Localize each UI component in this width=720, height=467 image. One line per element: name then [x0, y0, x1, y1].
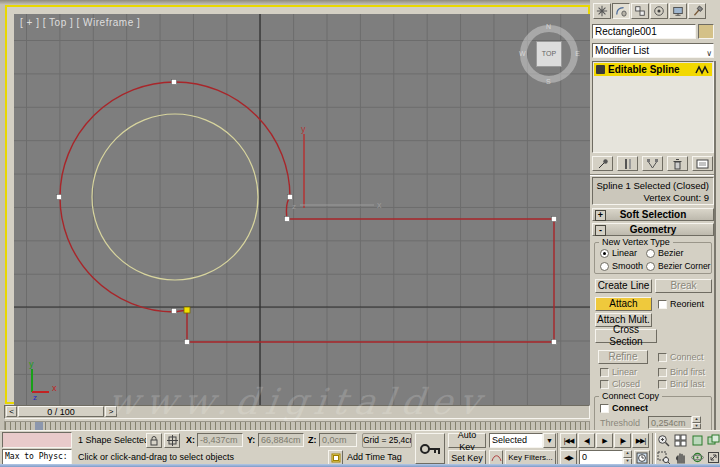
- threshold-spinner[interactable]: ▲▼: [692, 416, 701, 429]
- y-coordinate-field[interactable]: 66,884cm: [258, 433, 304, 447]
- make-unique-button[interactable]: [642, 156, 663, 171]
- key-filters-button[interactable]: Key Filters...: [505, 450, 556, 465]
- auto-key-button[interactable]: Auto Key: [448, 433, 486, 448]
- time-tag-window-button[interactable]: [328, 450, 343, 465]
- radio-bezier[interactable]: Bezier: [646, 248, 684, 258]
- tab-modify[interactable]: [612, 3, 630, 19]
- time-configuration-button[interactable]: [634, 450, 650, 465]
- radio-dot: [646, 249, 655, 258]
- previous-frame-button[interactable]: <: [6, 406, 17, 417]
- configure-modifier-sets-button[interactable]: [692, 156, 713, 171]
- tab-hierarchy[interactable]: [631, 3, 649, 19]
- track-bar-frame-indicator[interactable]: [35, 422, 43, 430]
- viewcube[interactable]: N E S W TOP: [520, 25, 578, 83]
- maximize-viewport-toggle[interactable]: [705, 450, 720, 465]
- radio-label: Bezier Corner: [658, 261, 710, 271]
- viewcube-south-label[interactable]: S: [546, 78, 551, 85]
- object-color-swatch[interactable]: [698, 24, 714, 39]
- time-slider[interactable]: < 0 / 100 >: [4, 405, 590, 419]
- viewcube-north-label[interactable]: N: [546, 23, 551, 30]
- reorient-checkbox[interactable]: Reorient: [658, 299, 704, 309]
- next-frame-playback-button[interactable]: |▶: [614, 433, 631, 448]
- modifier-stack[interactable]: Editable Spline: [592, 61, 714, 153]
- spinner-up-icon[interactable]: ▲: [623, 450, 632, 458]
- go-to-end-icon: ▶▶|: [636, 435, 646, 447]
- pan-hand-icon: [674, 451, 687, 464]
- zoom-button[interactable]: [655, 433, 671, 448]
- motion-icon: [653, 5, 665, 17]
- pin-stack-button[interactable]: [592, 156, 613, 171]
- previous-frame-playback-button[interactable]: ◀|: [578, 433, 595, 448]
- tab-create[interactable]: [593, 3, 611, 19]
- display-icon: [672, 5, 684, 17]
- modifier-stack-item-editable-spline[interactable]: Editable Spline: [594, 63, 712, 76]
- linear-checkbox[interactable]: Linear: [600, 367, 637, 377]
- threshold-field[interactable]: 0,254cm: [648, 416, 692, 429]
- radio-smooth[interactable]: Smooth: [600, 261, 643, 271]
- remove-modifier-button[interactable]: [667, 156, 688, 171]
- add-time-tag[interactable]: Add Time Tag: [347, 452, 402, 463]
- maxscript-listener-input[interactable]: Max to Physc:: [2, 449, 72, 465]
- zoom-icon: [657, 434, 670, 447]
- key-mode-toggle-button[interactable]: ◀▶: [560, 450, 577, 465]
- maxscript-listener-macro[interactable]: [2, 432, 72, 448]
- refine-button[interactable]: Refine: [598, 350, 648, 364]
- spinner-down-icon[interactable]: ▼: [692, 423, 701, 430]
- closed-checkbox[interactable]: Closed: [600, 379, 640, 389]
- viewcube-top-face[interactable]: TOP: [536, 41, 562, 67]
- next-frame-button[interactable]: >: [105, 406, 117, 417]
- zoom-extents-all-button[interactable]: [705, 433, 720, 448]
- region-zoom-button[interactable]: [655, 450, 671, 465]
- absolute-offset-mode-toggle[interactable]: [164, 433, 180, 448]
- rollout-soft-selection[interactable]: + Soft Selection: [592, 208, 714, 221]
- current-frame-field[interactable]: 0: [579, 450, 623, 465]
- radio-label: Smooth: [612, 261, 643, 271]
- time-slider-handle[interactable]: 0 / 100: [18, 406, 104, 417]
- collapse-icon[interactable]: -: [595, 225, 606, 236]
- play-button[interactable]: ▶: [596, 433, 613, 448]
- bind-first-checkbox[interactable]: Bind first: [658, 367, 705, 377]
- svg-text:z: z: [33, 393, 37, 402]
- radio-linear[interactable]: Linear: [600, 248, 637, 258]
- zoom-all-button[interactable]: [672, 433, 688, 448]
- go-to-end-button[interactable]: ▶▶|: [632, 433, 649, 448]
- selection-lock-toggle[interactable]: [146, 433, 162, 448]
- radio-bezier-corner[interactable]: Bezier Corner: [646, 261, 710, 271]
- checkbox-label: Bind last: [670, 379, 705, 389]
- bind-last-checkbox[interactable]: Bind last: [658, 379, 705, 389]
- z-coordinate-field[interactable]: 0,0cm: [319, 433, 357, 447]
- set-key-button[interactable]: Set Key: [448, 450, 486, 465]
- tab-display[interactable]: [669, 3, 687, 19]
- modifier-list-dropdown[interactable]: Modifier List ∨: [592, 43, 714, 58]
- key-mode-dropdown[interactable]: Selected: [489, 433, 543, 448]
- cross-section-button[interactable]: Cross Section: [595, 329, 657, 343]
- viewport-top[interactable]: [ + ] [ Top ] [ Wireframe ] yxzyxz N E S…: [14, 14, 595, 409]
- panel-separator: [590, 174, 716, 176]
- object-name-field[interactable]: Rectangle001: [592, 24, 696, 39]
- go-to-start-icon: |◀◀: [564, 435, 574, 447]
- viewcube-west-label[interactable]: W: [519, 50, 526, 57]
- pan-button[interactable]: [672, 450, 688, 465]
- viewcube-east-label[interactable]: E: [575, 50, 580, 57]
- x-coordinate-field[interactable]: -8,437cm: [197, 433, 243, 447]
- expand-icon[interactable]: +: [595, 210, 606, 221]
- attach-button[interactable]: Attach: [595, 297, 652, 311]
- default-tangent-button[interactable]: [489, 450, 503, 465]
- show-end-result-button[interactable]: [617, 156, 638, 171]
- go-to-start-button[interactable]: |◀◀: [560, 433, 577, 448]
- set-key-mode-button[interactable]: [415, 433, 445, 464]
- zoom-extents-button[interactable]: [689, 433, 705, 448]
- rollout-geometry[interactable]: - Geometry: [592, 223, 714, 236]
- window-icon: [331, 453, 341, 463]
- tab-motion[interactable]: [650, 3, 668, 19]
- break-button[interactable]: Break: [655, 279, 712, 293]
- panel-scrollbar[interactable]: [714, 61, 716, 430]
- orbit-button[interactable]: [689, 450, 705, 465]
- connect-checkbox[interactable]: Connect: [658, 352, 704, 362]
- connect-copy-checkbox[interactable]: Connect: [600, 403, 648, 413]
- spline-canvas[interactable]: yxzyxz: [14, 14, 595, 409]
- tab-utilities[interactable]: [688, 3, 706, 19]
- dropdown-arrow-icon[interactable]: ▼: [543, 433, 556, 448]
- create-line-button[interactable]: Create Line: [595, 279, 652, 293]
- frame-spinner[interactable]: ▲▼: [623, 450, 632, 465]
